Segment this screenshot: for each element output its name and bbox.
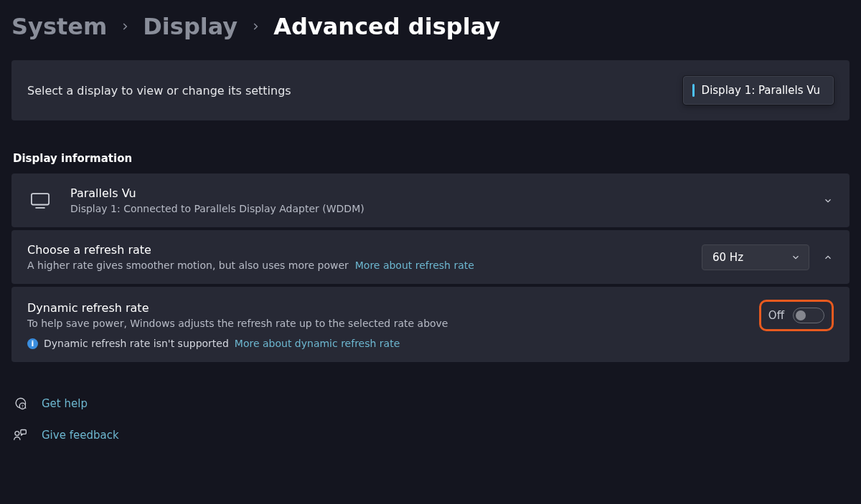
breadcrumb: System Display Advanced display	[11, 13, 850, 40]
dynamic-refresh-sub: To help save power, Windows adjusts the …	[27, 318, 448, 329]
breadcrumb-display[interactable]: Display	[143, 13, 237, 40]
svg-rect-5	[21, 430, 27, 434]
info-icon: i	[27, 338, 38, 349]
get-help-link[interactable]: ? Get help	[13, 396, 850, 411]
select-display-panel: Select a display to view or change its s…	[11, 60, 850, 120]
svg-text:?: ?	[22, 404, 24, 409]
display-name: Parallels Vu	[70, 186, 364, 200]
dynamic-refresh-title: Dynamic refresh rate	[27, 301, 448, 315]
display-detail: Display 1: Connected to Parallels Displa…	[70, 203, 364, 214]
monitor-icon	[30, 193, 50, 209]
chevron-up-icon[interactable]	[822, 252, 834, 263]
refresh-rate-row: Choose a refresh rate A higher rate give…	[11, 230, 850, 284]
refresh-rate-value: 60 Hz	[712, 251, 743, 264]
help-icon: ?	[13, 396, 27, 411]
section-title-display-info: Display information	[13, 152, 850, 165]
select-display-label: Select a display to view or change its s…	[27, 84, 291, 98]
chevron-down-icon[interactable]	[822, 195, 834, 206]
svg-point-4	[15, 432, 19, 436]
get-help-label: Get help	[42, 397, 88, 410]
dynamic-refresh-link[interactable]: More about dynamic refresh rate	[235, 338, 400, 349]
dynamic-refresh-row: Dynamic refresh rate To help save power,…	[11, 287, 850, 362]
chevron-down-icon	[790, 252, 801, 263]
refresh-rate-title: Choose a refresh rate	[27, 243, 474, 257]
svg-rect-0	[32, 194, 49, 204]
display-info-row[interactable]: Parallels Vu Display 1: Connected to Par…	[11, 173, 850, 227]
dynamic-toggle[interactable]	[793, 308, 824, 323]
dynamic-toggle-label: Off	[768, 309, 784, 322]
accent-bar	[692, 84, 695, 97]
display-picker-value: Display 1: Parallels Vu	[702, 84, 820, 97]
feedback-icon	[13, 428, 27, 442]
display-picker[interactable]: Display 1: Parallels Vu	[683, 76, 834, 105]
page-title: Advanced display	[273, 13, 500, 40]
give-feedback-label: Give feedback	[42, 429, 119, 442]
breadcrumb-system[interactable]: System	[11, 13, 107, 40]
refresh-rate-dropdown[interactable]: 60 Hz	[702, 244, 809, 270]
dynamic-toggle-highlight: Off	[759, 300, 834, 331]
chevron-right-icon	[120, 22, 130, 32]
chevron-right-icon	[250, 22, 260, 32]
footer-links: ? Get help Give feedback	[11, 396, 850, 442]
toggle-knob	[796, 310, 806, 320]
give-feedback-link[interactable]: Give feedback	[13, 428, 850, 442]
dynamic-refresh-info-text: Dynamic refresh rate isn't supported	[44, 338, 229, 349]
refresh-rate-link[interactable]: More about refresh rate	[355, 260, 474, 271]
refresh-rate-sub: A higher rate gives smoother motion, but…	[27, 260, 474, 271]
